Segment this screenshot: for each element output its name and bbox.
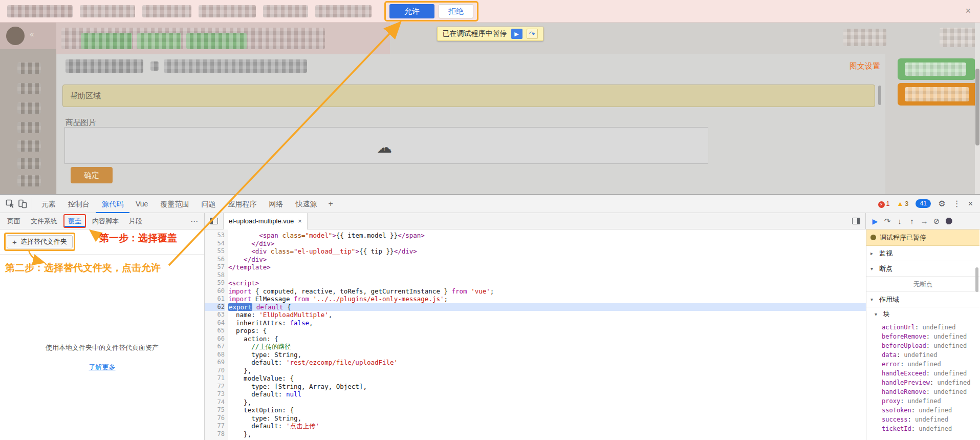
code-line[interactable]: props: {: [228, 327, 866, 335]
code-line[interactable]: import ElMessage from '../../plugins/el-…: [228, 295, 866, 303]
scope-variable-row[interactable]: handlePreview: undefined: [882, 378, 979, 387]
code-line[interactable]: default: null: [228, 390, 866, 399]
step-into-icon[interactable]: ↓: [894, 215, 906, 227]
resume-script-icon[interactable]: ▶: [511, 29, 522, 39]
redacted-button[interactable]: [81, 33, 132, 49]
code-editor[interactable]: 5354555657585960616263646566676869707172…: [205, 229, 866, 440]
line-number[interactable]: 57: [205, 263, 225, 271]
sidebar-menu-item[interactable]: [17, 175, 41, 186]
devtools-close-icon[interactable]: ×: [968, 199, 973, 208]
code-line[interactable]: name: 'ElUploadMultiple',: [228, 311, 866, 319]
devtools-tab[interactable]: 应用程序: [222, 195, 263, 213]
line-number[interactable]: 78: [205, 430, 225, 438]
sidebar-tab-overrides[interactable]: 覆盖: [63, 214, 86, 228]
redacted-button[interactable]: [186, 33, 247, 49]
line-number[interactable]: 56: [205, 256, 225, 264]
navigator-toggle-icon[interactable]: [210, 218, 218, 224]
deactivate-breakpoints-icon[interactable]: ⊘: [930, 215, 943, 227]
editor-pane-toggle-icon[interactable]: [852, 218, 860, 224]
redacted-orange-button[interactable]: [898, 83, 978, 106]
devtools-tab[interactable]: 网络: [263, 195, 289, 213]
code-line-paused[interactable]: export default {: [228, 303, 866, 311]
resume-execution-icon[interactable]: ▶: [869, 215, 881, 227]
sidebar-tab[interactable]: 页面: [2, 213, 26, 229]
settings-gear-icon[interactable]: ⚙: [938, 199, 945, 208]
learn-more-link[interactable]: 了解更多: [0, 363, 204, 372]
sidebar-tab[interactable]: 文件系统: [26, 213, 62, 229]
scope-variable-row[interactable]: beforeRemove: undefined: [882, 332, 979, 341]
line-number[interactable]: 68: [205, 351, 225, 359]
code-line[interactable]: import { computed, reactive, toRefs, get…: [228, 287, 866, 296]
sidebar-tab[interactable]: 内容脚本: [87, 213, 124, 229]
line-number[interactable]: 76: [205, 414, 225, 423]
line-number[interactable]: 65: [205, 327, 225, 335]
scope-variable-row[interactable]: beforeUpload: undefined: [882, 341, 979, 350]
deny-button[interactable]: 拒绝: [439, 4, 473, 18]
line-number-gutter[interactable]: 5354555657585960616263646566676869707172…: [205, 229, 228, 440]
select-override-folder-button[interactable]: + 选择替代文件夹: [7, 235, 73, 248]
sidebar-menu-item[interactable]: [17, 102, 41, 114]
code-line[interactable]: modelValue: {: [228, 374, 866, 383]
scope-variable-row[interactable]: data: undefined: [882, 350, 979, 360]
devtools-tab[interactable]: 元素: [35, 195, 62, 213]
line-number[interactable]: 60: [205, 287, 225, 296]
watch-section-header[interactable]: ▸监视: [866, 246, 979, 261]
inspect-element-icon[interactable]: [4, 198, 16, 210]
line-number[interactable]: 67: [205, 343, 225, 351]
scope-variable-row[interactable]: proxy: undefined: [882, 396, 979, 406]
sidebar-menu-item[interactable]: [17, 140, 41, 152]
line-number[interactable]: 62: [205, 303, 225, 311]
image-text-settings-link[interactable]: 图文设置: [850, 61, 880, 71]
code-line[interactable]: },: [228, 399, 866, 407]
code-line[interactable]: [228, 271, 866, 280]
file-tab-close-icon[interactable]: ×: [298, 217, 302, 225]
scope-variable-row[interactable]: handleRemove: undefined: [882, 387, 979, 396]
block-scope-row[interactable]: ▾块: [866, 307, 979, 321]
infobar-close-icon[interactable]: ×: [965, 5, 971, 16]
breakpoints-section-header[interactable]: ▾断点: [866, 261, 979, 277]
code-line[interactable]: type: [String, Array, Object],: [228, 383, 866, 391]
devtools-tab[interactable]: 覆盖范围: [154, 195, 195, 213]
line-number[interactable]: 70: [205, 367, 225, 375]
step-over-icon[interactable]: ↷: [881, 215, 894, 227]
code-line[interactable]: action: {: [228, 335, 866, 343]
line-number[interactable]: 55: [205, 247, 225, 256]
allow-button[interactable]: 允许: [389, 4, 434, 18]
more-options-icon[interactable]: ⋮: [953, 199, 961, 208]
line-number[interactable]: 58: [205, 271, 225, 280]
line-number[interactable]: 71: [205, 374, 225, 383]
code-line[interactable]: type: String,: [228, 351, 866, 359]
code-line[interactable]: default: '点击上传': [228, 422, 866, 430]
code-line[interactable]: inheritAttrs: false,: [228, 319, 866, 327]
sidebar-menu-item[interactable]: [17, 158, 41, 169]
line-number[interactable]: 73: [205, 390, 225, 399]
code-line[interactable]: default: 'rest/ezcomp/file/uploadFile': [228, 359, 866, 367]
line-number[interactable]: 53: [205, 232, 225, 240]
step-icon[interactable]: →: [918, 215, 930, 227]
warning-count[interactable]: ▲3: [897, 200, 908, 207]
scope-variable-row[interactable]: error: undefined: [882, 360, 979, 369]
editor-file-tab[interactable]: el-upload-multiple.vue ×: [223, 213, 308, 229]
line-number[interactable]: 61: [205, 295, 225, 303]
sidebar-scrollbar-thumb[interactable]: [975, 267, 978, 292]
line-number[interactable]: 72: [205, 383, 225, 391]
line-number[interactable]: 69: [205, 359, 225, 367]
line-number[interactable]: 75: [205, 406, 225, 414]
code-line[interactable]: <div class="el-upload__tip">{{ tip }}</d…: [228, 247, 866, 256]
upload-dropzone[interactable]: ☁↑: [64, 127, 708, 164]
device-toolbar-icon[interactable]: [16, 198, 29, 210]
line-number[interactable]: 77: [205, 422, 225, 430]
error-count[interactable]: ×1: [878, 200, 890, 208]
line-number[interactable]: 66: [205, 335, 225, 343]
scope-variable-row[interactable]: handleExceed: undefined: [882, 369, 979, 378]
code-line[interactable]: </template>: [228, 263, 866, 271]
devtools-tab[interactable]: Vue: [129, 195, 154, 213]
line-number[interactable]: 74: [205, 399, 225, 407]
code-line[interactable]: },: [228, 430, 866, 438]
sidebar-menu-item[interactable]: [17, 83, 41, 94]
sidebar-menu-item[interactable]: [17, 62, 41, 74]
devtools-tab[interactable]: 控制台: [62, 195, 96, 213]
code-line[interactable]: </div>: [228, 240, 866, 248]
pause-on-exceptions-icon[interactable]: [943, 215, 955, 227]
line-number[interactable]: 64: [205, 319, 225, 327]
